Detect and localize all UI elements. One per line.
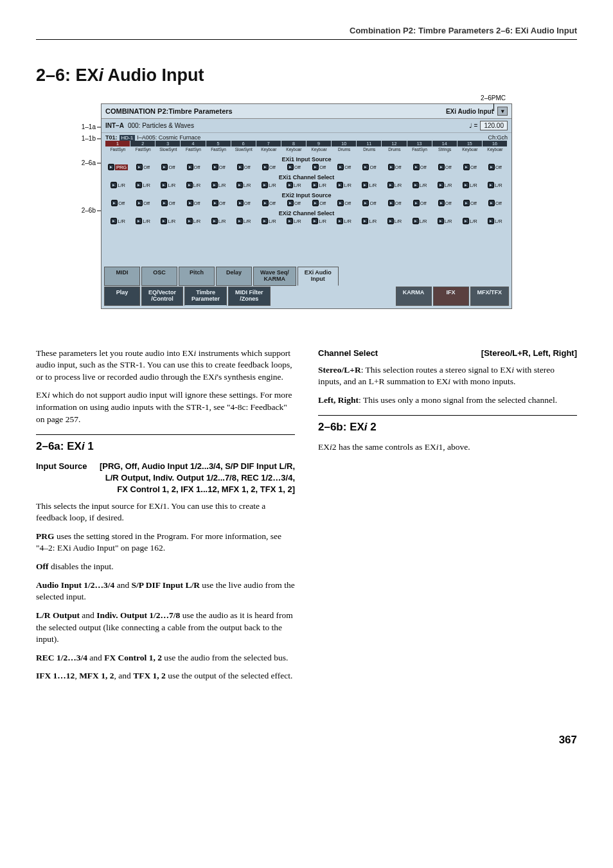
lower-tab[interactable]: IFX bbox=[433, 287, 469, 306]
timbre-num-3[interactable]: 3 bbox=[155, 141, 181, 146]
popup-arrow-icon[interactable]: ▸ bbox=[362, 200, 369, 206]
param-cell[interactable]: ▸Off bbox=[458, 164, 483, 170]
popup-arrow-icon[interactable]: ▸ bbox=[312, 182, 318, 188]
param-cell[interactable]: ▸L/R bbox=[483, 182, 508, 188]
param-cell[interactable]: ▸Off bbox=[382, 164, 407, 170]
popup-arrow-icon[interactable]: ▸ bbox=[161, 182, 167, 188]
popup-arrow-icon[interactable]: ▸ bbox=[337, 164, 344, 170]
popup-arrow-icon[interactable]: ▸ bbox=[413, 182, 419, 188]
param-cell[interactable]: ▸Off bbox=[105, 200, 130, 206]
timbre-num-6[interactable]: 6 bbox=[231, 141, 256, 146]
popup-arrow-icon[interactable]: ▸ bbox=[136, 182, 142, 188]
param-cell[interactable]: ▸Off bbox=[432, 200, 458, 206]
popup-arrow-icon[interactable]: ▸ bbox=[488, 182, 494, 188]
popup-arrow-icon[interactable]: ▸ bbox=[111, 218, 117, 224]
param-cell[interactable]: ▸L/R bbox=[432, 218, 458, 224]
param-cell[interactable]: ▸Off bbox=[306, 200, 332, 206]
param-cell[interactable]: ▸Off bbox=[407, 164, 432, 170]
param-cell[interactable]: ▸Off bbox=[206, 200, 231, 206]
param-cell[interactable]: ▸L/R bbox=[407, 182, 432, 188]
popup-arrow-icon[interactable]: ▸ bbox=[212, 200, 218, 206]
param-cell[interactable]: ▸Off bbox=[357, 200, 382, 206]
upper-tab[interactable]: Wave Seq/ KARMA bbox=[253, 267, 296, 286]
param-cell[interactable]: ▸L/R bbox=[155, 218, 181, 224]
popup-arrow-icon[interactable]: ▸ bbox=[463, 164, 470, 170]
param-cell[interactable]: ▸L/R bbox=[432, 182, 458, 188]
lower-tab[interactable]: EQ/Vector /Control bbox=[141, 287, 183, 306]
popup-arrow-icon[interactable]: ▸ bbox=[413, 164, 420, 170]
param-cell[interactable]: ▸Off bbox=[256, 200, 281, 206]
lower-tab[interactable]: MIDI Filter /Zones bbox=[228, 287, 271, 306]
timbre-num-12[interactable]: 12 bbox=[382, 141, 407, 146]
param-cell[interactable]: ▸L/R bbox=[130, 182, 155, 188]
param-cell[interactable]: ▸Off bbox=[357, 164, 382, 170]
popup-arrow-icon[interactable]: ▸ bbox=[262, 200, 269, 206]
upper-tab[interactable]: Delay bbox=[216, 267, 252, 286]
param-cell[interactable]: ▸L/R bbox=[407, 218, 432, 224]
param-cell[interactable]: ▸L/R bbox=[105, 182, 130, 188]
lower-tab[interactable]: Play bbox=[104, 287, 140, 306]
popup-arrow-icon[interactable]: ▸ bbox=[438, 164, 445, 170]
param-cell[interactable]: ▸Off bbox=[155, 164, 181, 170]
popup-arrow-icon[interactable]: ▸ bbox=[438, 218, 444, 224]
param-cell[interactable]: ▸L/R bbox=[357, 218, 382, 224]
popup-arrow-icon[interactable]: ▸ bbox=[488, 164, 495, 170]
lower-tab[interactable]: Timbre Parameter bbox=[184, 287, 227, 306]
param-cell[interactable]: ▸L/R bbox=[105, 218, 130, 224]
popup-arrow-icon[interactable]: ▸ bbox=[262, 218, 268, 224]
param-cell[interactable]: ▸L/R bbox=[382, 218, 407, 224]
lower-tab[interactable]: MFX/TFX bbox=[470, 287, 510, 306]
popup-arrow-icon[interactable]: ▸ bbox=[312, 200, 319, 206]
upper-tab[interactable]: EXi Audio Input bbox=[298, 267, 339, 286]
popup-arrow-icon[interactable]: ▸ bbox=[136, 218, 142, 224]
popup-arrow-icon[interactable]: ▸ bbox=[388, 200, 395, 206]
popup-arrow-icon[interactable]: ▸ bbox=[236, 218, 243, 224]
popup-arrow-icon[interactable]: ▸ bbox=[161, 200, 168, 206]
popup-arrow-icon[interactable]: ▸ bbox=[211, 218, 218, 224]
param-cell[interactable]: ▸L/R bbox=[357, 182, 382, 188]
popup-arrow-icon[interactable]: ▸ bbox=[161, 164, 168, 170]
param-cell[interactable]: ▸Off bbox=[483, 164, 508, 170]
param-cell[interactable]: ▸L/R bbox=[281, 218, 306, 224]
popup-arrow-icon[interactable]: ▸ bbox=[438, 182, 444, 188]
param-cell[interactable]: ▸Off bbox=[332, 164, 357, 170]
param-cell[interactable]: ▸Off bbox=[256, 164, 281, 170]
param-cell[interactable]: ▸L/R bbox=[155, 182, 181, 188]
popup-arrow-icon[interactable]: ▸ bbox=[337, 218, 343, 224]
tempo-field[interactable]: 120.00 bbox=[480, 121, 508, 130]
popup-arrow-icon[interactable]: ▸ bbox=[388, 164, 395, 170]
param-cell[interactable]: ▸Off bbox=[382, 200, 407, 206]
param-cell[interactable]: ▸L/R bbox=[332, 182, 357, 188]
param-cell[interactable]: ▸L/R bbox=[181, 182, 206, 188]
timbre-num-8[interactable]: 8 bbox=[281, 141, 306, 146]
popup-arrow-icon[interactable]: ▸ bbox=[161, 218, 167, 224]
timbre-num-7[interactable]: 7 bbox=[256, 141, 281, 146]
param-cell[interactable]: ▸L/R bbox=[256, 182, 281, 188]
popup-arrow-icon[interactable]: ▸ bbox=[186, 218, 193, 224]
param-cell[interactable]: ▸Off bbox=[181, 200, 206, 206]
popup-arrow-icon[interactable]: ▸ bbox=[362, 218, 368, 224]
popup-arrow-icon[interactable]: ▸ bbox=[136, 164, 143, 170]
param-cell[interactable]: ▸L/R bbox=[483, 218, 508, 224]
param-cell[interactable]: ▸Off bbox=[407, 200, 432, 206]
param-cell[interactable]: ▸L/R bbox=[130, 218, 155, 224]
param-cell[interactable]: ▸L/R bbox=[332, 218, 357, 224]
upper-tab[interactable]: Pitch bbox=[179, 267, 215, 286]
param-cell[interactable]: ▸Off bbox=[231, 164, 256, 170]
popup-arrow-icon[interactable]: ▸ bbox=[287, 164, 294, 170]
param-cell[interactable]: ▸Off bbox=[483, 200, 508, 206]
popup-arrow-icon[interactable]: ▸ bbox=[438, 200, 445, 206]
popup-arrow-icon[interactable]: ▸ bbox=[187, 200, 193, 206]
popup-arrow-icon[interactable]: ▸ bbox=[312, 218, 318, 224]
popup-arrow-icon[interactable]: ▸ bbox=[236, 182, 243, 188]
popup-arrow-icon[interactable]: ▸ bbox=[463, 200, 470, 206]
popup-arrow-icon[interactable]: ▸ bbox=[186, 182, 193, 188]
timbre-num-11[interactable]: 11 bbox=[357, 141, 382, 146]
param-cell[interactable]: ▸Off bbox=[281, 164, 306, 170]
param-cell[interactable]: ▸PRG bbox=[105, 164, 130, 170]
param-cell[interactable]: ▸Off bbox=[130, 200, 155, 206]
popup-arrow-icon[interactable]: ▸ bbox=[362, 182, 368, 188]
lower-tab[interactable]: KARMA bbox=[396, 287, 432, 306]
param-cell[interactable]: ▸L/R bbox=[382, 182, 407, 188]
popup-arrow-icon[interactable]: ▸ bbox=[488, 218, 494, 224]
